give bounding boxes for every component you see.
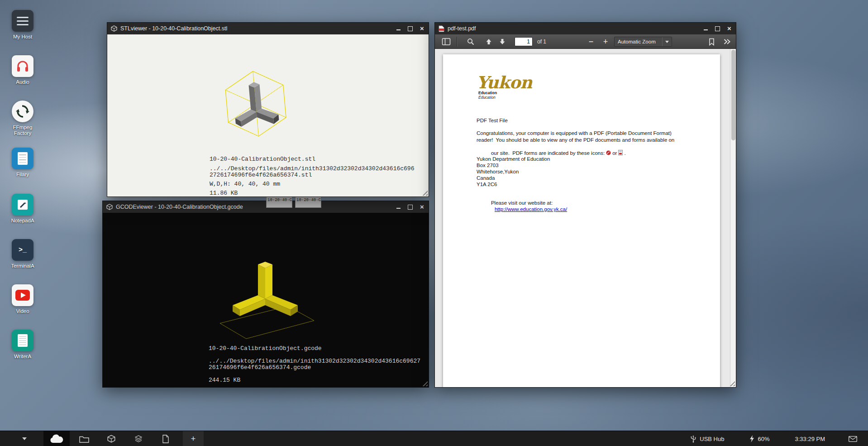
- double-chevron-right-icon: [723, 38, 731, 45]
- doc-or-text: or: [612, 150, 617, 156]
- doc-period: .: [624, 150, 625, 156]
- clock-text: 3:33:29 PM: [795, 436, 825, 442]
- stl-3d-canvas[interactable]: 10-20-40-CalibrationObject.stl ../../Des…: [107, 34, 429, 197]
- taskbar-cloud-button[interactable]: [43, 431, 70, 446]
- gcode-path-line1: ../../Desktop/files/admin/inith31302d323…: [209, 358, 420, 364]
- taskbar-stlviewer-button[interactable]: [103, 431, 119, 446]
- doc-paragraph-line1: Congratulations, your computer is equipp…: [477, 130, 672, 137]
- address-line: Canada: [477, 175, 495, 181]
- resize-grip[interactable]: [421, 379, 428, 386]
- taskbar-add-button[interactable]: +: [183, 431, 204, 446]
- close-button[interactable]: ×: [419, 25, 425, 32]
- clock[interactable]: 3:33:29 PM: [795, 436, 825, 442]
- website-label: Please visit our website at:: [491, 200, 553, 206]
- zoom-select[interactable]: Automatic Zoom: [614, 37, 672, 47]
- desktop-icon-label: Filary: [16, 172, 29, 177]
- gcodeviewer-window: GCODEviewer - 10-20-40-CalibrationObject…: [102, 201, 429, 388]
- stl-dimensions: W,D,H: 40, 40, 40 mm: [210, 181, 280, 187]
- desktop-icon-video[interactable]: Video: [5, 284, 41, 314]
- desktop-icon-audio[interactable]: Audio: [5, 55, 41, 85]
- taskbar-gcodeviewer-button[interactable]: [130, 431, 147, 446]
- caret-down-icon: [22, 437, 27, 440]
- gcodeviewer-titlebar[interactable]: GCODEviewer - 10-20-40-CalibrationObject…: [103, 201, 429, 213]
- desktop-icon-writera[interactable]: WriterA: [5, 330, 41, 360]
- minimize-button[interactable]: [396, 25, 401, 32]
- taskbar: + USB Hub 60% 3:33:29 PM: [0, 431, 868, 446]
- bookmark-icon: [708, 38, 715, 46]
- desktop-icon-notepada[interactable]: NotepadA: [5, 194, 41, 224]
- zoom-in-button[interactable]: +: [600, 36, 611, 47]
- desktop-icon-my-host[interactable]: My Host: [5, 10, 41, 40]
- background-window-fragment[interactable]: 10-20-40-Ca...: [266, 195, 292, 208]
- minimize-button[interactable]: [703, 25, 709, 32]
- desktop-icon-ffmpeg-factory[interactable]: FFmpeg Factory: [5, 101, 41, 136]
- desktop-icon-label: TerminalA: [11, 263, 34, 269]
- pdf-titlebar[interactable]: pdf-test.pdf ×: [435, 23, 736, 34]
- minus-icon: −: [589, 37, 594, 47]
- writer-document-icon: [12, 330, 33, 351]
- pdf-viewport[interactable]: Yukon Education Éducation PDF Test File …: [435, 49, 736, 387]
- sidebar-toggle-button[interactable]: [440, 36, 452, 47]
- taskbar-files-button[interactable]: [76, 431, 92, 446]
- close-button[interactable]: ×: [419, 204, 425, 210]
- usb-hub-indicator[interactable]: USB Hub: [690, 435, 724, 443]
- taskbar-pdf-button[interactable]: [157, 431, 174, 446]
- document-icon: [162, 435, 169, 443]
- zoom-out-button[interactable]: −: [585, 36, 597, 47]
- minimize-button[interactable]: [396, 204, 401, 210]
- plus-icon: +: [191, 434, 196, 444]
- background-window-fragment[interactable]: 10-20-40-Ca...: [295, 195, 321, 208]
- website-line: Please visit our website at: http://www.…: [477, 193, 567, 219]
- next-page-button[interactable]: [496, 36, 508, 47]
- usb-hub-label: USB Hub: [700, 436, 724, 442]
- yukon-logo: Yukon Education Éducation: [477, 74, 532, 100]
- desktop-icon-label: WriterA: [14, 354, 31, 360]
- battery-indicator[interactable]: 60%: [749, 435, 769, 442]
- close-button[interactable]: ×: [726, 25, 732, 32]
- play-video-icon: [12, 284, 33, 306]
- gcode-model-render: [206, 252, 324, 347]
- page-count-label: of 1: [537, 38, 546, 45]
- desktop-icon-label: FFmpeg Factory: [5, 125, 41, 136]
- cube-icon: [107, 435, 115, 443]
- find-button[interactable]: [465, 36, 477, 47]
- resize-grip[interactable]: [421, 189, 428, 196]
- previous-page-button[interactable]: [483, 36, 495, 47]
- address-line: Yukon Department of Education: [477, 156, 550, 162]
- window-title: GCODEviewer - 10-20-40-CalibrationObject…: [116, 204, 243, 210]
- website-link[interactable]: http://www.education.gov.yk.ca/: [495, 206, 567, 212]
- maximize-button[interactable]: [407, 25, 413, 32]
- fragment-label: 10-20-40-Ca...: [296, 198, 321, 202]
- desktop-icon-label: Video: [16, 308, 29, 314]
- stlviewer-window: STLviewer - 10-20-40-CalibrationObject.s…: [107, 22, 429, 197]
- layers-icon: [134, 435, 143, 443]
- circular-arrows-icon: [12, 101, 33, 122]
- cube-app-icon: [106, 204, 113, 210]
- bookmark-button[interactable]: [706, 36, 717, 47]
- desktop-icon-terminala[interactable]: >_ TerminalA: [5, 239, 41, 269]
- scrollbar-track[interactable]: [730, 49, 736, 387]
- toolbar-overflow-button[interactable]: [721, 36, 733, 47]
- mail-indicator[interactable]: [849, 436, 857, 442]
- gcode-path-line2: 26174696f6e4f626a656374.gcode: [209, 364, 311, 371]
- yukon-logo-wordmark: Yukon: [477, 74, 532, 91]
- arrow-down-icon: [499, 38, 506, 45]
- desktop-icon-filary[interactable]: Filary: [5, 148, 41, 177]
- maximize-button[interactable]: [715, 25, 720, 32]
- stlviewer-titlebar[interactable]: STLviewer - 10-20-40-CalibrationObject.s…: [107, 23, 429, 34]
- stl-path-line2: 2726174696f6e4f626a656374.stl: [210, 172, 312, 178]
- logo-education-fr: Éducation: [478, 95, 532, 100]
- usb-icon: [690, 435, 696, 443]
- sidebar-toggle-icon: [442, 38, 451, 46]
- search-icon: [467, 38, 475, 46]
- maximize-button[interactable]: [407, 204, 413, 210]
- gcode-3d-canvas[interactable]: 10-20-40-CalibrationObject.gcode ../../D…: [103, 213, 429, 387]
- page-number-input[interactable]: [515, 37, 533, 46]
- charging-bolt-icon: [749, 435, 754, 442]
- taskbar-expand-button[interactable]: [19, 431, 30, 446]
- notepad-icon: [12, 194, 33, 216]
- scrollbar-thumb[interactable]: [731, 50, 735, 140]
- pdf-form-icon: [618, 150, 623, 157]
- desktop-icon-label: My Host: [13, 34, 32, 40]
- window-title: pdf-test.pdf: [448, 25, 476, 32]
